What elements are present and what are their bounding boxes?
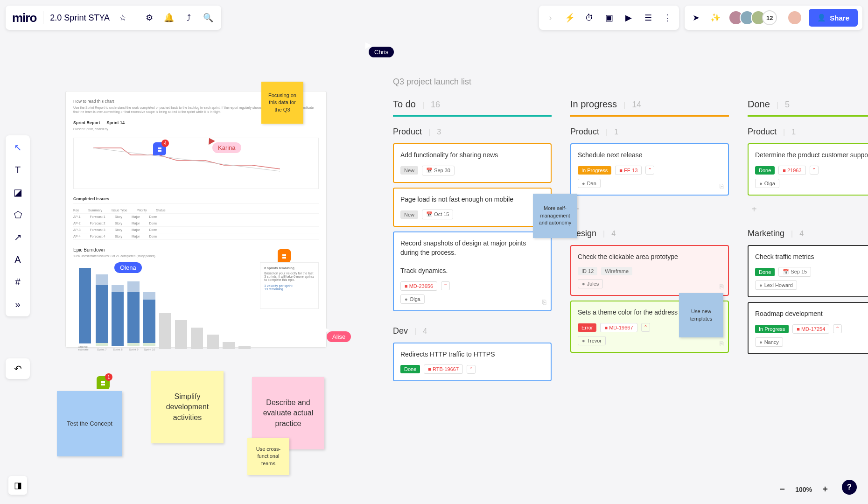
- export-icon[interactable]: ⤴: [182, 11, 195, 24]
- lightning-icon[interactable]: ⚡: [563, 11, 576, 24]
- comment-badge-blue[interactable]: 4: [153, 142, 166, 155]
- status-tag: Done: [400, 365, 420, 373]
- chevron-right-icon[interactable]: ›: [544, 11, 557, 24]
- undo-button[interactable]: ↶: [6, 358, 30, 379]
- card[interactable]: Schedule next release In ProgressFF-13⌃ …: [570, 143, 729, 196]
- status-tag: New: [400, 166, 418, 175]
- miro-logo[interactable]: miro: [12, 11, 36, 25]
- zoom-out-button[interactable]: −: [777, 484, 788, 495]
- section-name: Product: [748, 127, 777, 137]
- priority-icon: ⌃: [810, 166, 819, 175]
- sticky-self-manage[interactable]: More self-management and autonomy: [533, 194, 577, 238]
- frame-tool[interactable]: #: [10, 274, 25, 289]
- priority-icon: ⌃: [467, 365, 476, 374]
- section-name: Dev: [393, 326, 408, 336]
- shape-tool[interactable]: ⬠: [10, 207, 25, 222]
- card[interactable]: Check traffic metrics Done📅 Sep 15 Lexi …: [748, 245, 868, 298]
- topbar-collab-group: ➤ ✨ 12 👤 Share: [685, 6, 862, 30]
- card-title: Roadmap development: [755, 309, 868, 319]
- sticky-focus[interactable]: Focusing on this data for the Q3: [261, 82, 303, 124]
- left-toolbar: ↖ T ◪ ⬠ ↗ A # »: [6, 135, 30, 316]
- card[interactable]: Determine the product customer support D…: [748, 143, 868, 196]
- bell-icon[interactable]: 🔔: [162, 11, 175, 24]
- star-icon[interactable]: ☆: [116, 11, 129, 24]
- card-title: Page load is not fast enough on mobile: [400, 195, 544, 204]
- zoom-level[interactable]: 100%: [795, 486, 812, 493]
- card[interactable]: Add functionality for sharing news New📅 …: [393, 143, 552, 183]
- pen-tool[interactable]: A: [10, 252, 25, 267]
- sticky-cross-func[interactable]: Use cross-functional teams: [247, 438, 289, 475]
- link-icon: ⎘: [720, 182, 723, 190]
- card[interactable]: Redirects HTTP traffic to HTTPS DoneRTB-…: [393, 343, 552, 382]
- present-icon[interactable]: ▶: [622, 11, 635, 24]
- priority-icon: ⌃: [641, 323, 650, 332]
- add-card-button[interactable]: +: [570, 200, 729, 218]
- sticky-tool[interactable]: ◪: [10, 185, 25, 200]
- add-card-button[interactable]: +: [748, 200, 868, 218]
- card-title: Determine the product customer support: [755, 151, 868, 160]
- card[interactable]: Record snapshots of design at major poin…: [393, 231, 552, 311]
- topbar: miro 2.0 Sprint STYA ☆ ⚙ 🔔 ⤴ 🔍 › ⚡ ⏱ ▣ ▶…: [6, 6, 862, 30]
- select-tool[interactable]: ↖: [10, 140, 25, 155]
- avatar-stack[interactable]: 12: [728, 10, 777, 25]
- card-title: Add functionality for sharing news: [400, 151, 544, 160]
- card-title: Schedule next release: [578, 151, 721, 160]
- section-count: 1: [791, 128, 796, 136]
- comment-badge-green[interactable]: 1: [97, 376, 110, 389]
- more-tools[interactable]: »: [10, 297, 25, 312]
- remaining: 13 remaining: [264, 287, 315, 291]
- sticky-simplify[interactable]: Simplify development activities: [151, 371, 224, 443]
- more-icon[interactable]: ⋮: [661, 11, 674, 24]
- section-name: Product: [393, 127, 422, 137]
- share-button[interactable]: 👤 Share: [809, 9, 858, 27]
- tag: Wireframe: [601, 267, 632, 275]
- status-tag: In Progress: [578, 166, 611, 175]
- zoom-in-button[interactable]: +: [819, 484, 831, 495]
- panel-toggle[interactable]: ◨: [8, 476, 27, 495]
- badge-count: 4: [161, 140, 169, 147]
- cursor-icon[interactable]: ➤: [689, 11, 702, 24]
- card-title: Record snapshots of design at major poin…: [400, 239, 544, 275]
- priority-icon: ⌃: [441, 281, 450, 290]
- card-title: Redirects HTTP traffic to HTTPS: [400, 350, 544, 359]
- assignee: Trevor: [578, 336, 606, 345]
- topbar-tools-group: › ⚡ ⏱ ▣ ▶ ☰ ⋮: [539, 6, 679, 30]
- settings-icon[interactable]: ⚙: [143, 11, 156, 24]
- id-tag: FF-13: [615, 166, 642, 175]
- avatar-overflow[interactable]: 12: [762, 10, 777, 25]
- search-icon[interactable]: 🔍: [202, 11, 215, 24]
- id-tag: MD-23656: [400, 281, 437, 291]
- card[interactable]: Roadmap development In ProgressMD-17254⌃…: [748, 302, 868, 354]
- link-icon: ⎘: [720, 283, 723, 290]
- priority-icon: ⌃: [645, 166, 654, 175]
- card[interactable]: Check the clickable area prototype ID 12…: [570, 245, 729, 296]
- sticky-templates[interactable]: Use new templates: [679, 293, 723, 337]
- reactions-icon[interactable]: ✨: [709, 11, 722, 24]
- zoom-control: − 100% +: [777, 484, 831, 495]
- board-title[interactable]: 2.0 Sprint STYA: [50, 13, 110, 23]
- card[interactable]: Page load is not fast enough on mobile N…: [393, 188, 552, 227]
- help-button[interactable]: ?: [842, 480, 857, 495]
- vote-icon[interactable]: ▣: [602, 11, 616, 24]
- arrow-tool[interactable]: ↗: [10, 230, 25, 245]
- cursor-alise: Alise: [327, 331, 351, 342]
- col-name: To do: [393, 99, 416, 110]
- sticky-test-concept[interactable]: Test the Concept: [57, 391, 122, 456]
- text-tool[interactable]: T: [10, 162, 25, 177]
- user-avatar[interactable]: [787, 10, 802, 25]
- comment-badge-orange[interactable]: [278, 249, 291, 262]
- note-icon[interactable]: ☰: [642, 11, 655, 24]
- completed-label: Completed Issues: [73, 196, 319, 201]
- section-count: 4: [423, 327, 427, 336]
- assignee: Dan: [578, 179, 601, 188]
- section-count: 3: [437, 128, 441, 136]
- sprint-report-frame[interactable]: How to read this chart Use the Sprint Re…: [65, 91, 327, 348]
- kanban-col-inprogress: In progress|14 Product|1 Schedule next r…: [570, 93, 729, 386]
- share-label: Share: [830, 14, 849, 22]
- col-name: Done: [748, 99, 770, 110]
- cursor-olena: Olena: [114, 262, 142, 273]
- col-count: 16: [431, 100, 440, 110]
- cursor-chris: Chris: [369, 47, 394, 57]
- timer-icon[interactable]: ⏱: [583, 11, 596, 24]
- status-tag: Done: [755, 268, 775, 276]
